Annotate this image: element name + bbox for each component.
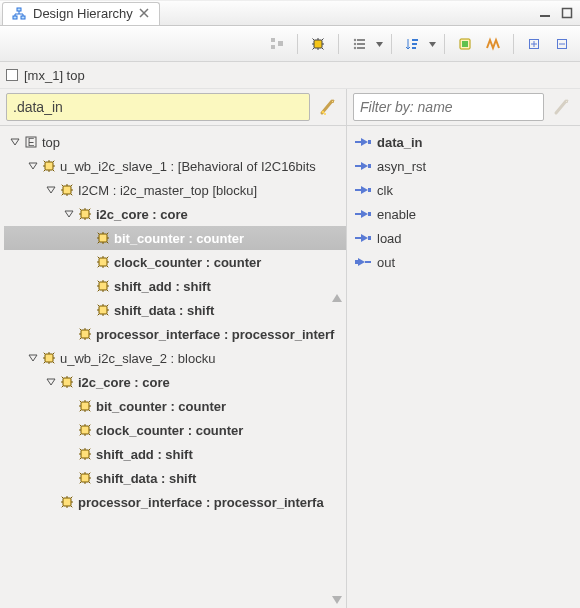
toolbar-collapse-button[interactable] [550, 32, 574, 56]
svg-rect-35 [99, 234, 107, 242]
toolbar-list-button[interactable] [347, 32, 371, 56]
tree-node-label: clock_counter : counter [112, 255, 261, 270]
svg-marker-52 [361, 138, 368, 146]
svg-rect-16 [412, 39, 418, 41]
tree-node[interactable]: I2CM : i2c_master_top [blocku] [4, 178, 346, 202]
twisty-icon[interactable] [8, 137, 22, 147]
twisty-icon[interactable] [26, 161, 40, 171]
svg-rect-2 [21, 16, 25, 19]
port-in-icon [355, 207, 371, 221]
tree-node-label: shift_data : shift [94, 471, 196, 486]
svg-rect-57 [355, 189, 361, 191]
svg-rect-4 [563, 9, 572, 18]
signal-item[interactable]: out [351, 250, 580, 274]
signal-label: out [377, 255, 395, 270]
tree-node[interactable]: clock_counter : counter [4, 250, 346, 274]
svg-point-24 [322, 111, 325, 114]
chip-icon [76, 423, 94, 437]
tree-node[interactable]: Etop [4, 130, 346, 154]
toolbar-wave-button[interactable] [481, 32, 505, 56]
tree-node[interactable]: shift_add : shift [4, 274, 346, 298]
scroll-up-hint[interactable] [330, 291, 344, 305]
tree-node[interactable]: processor_interface : processor_interf [4, 322, 346, 346]
toolbar-sort-dropdown[interactable] [428, 33, 436, 55]
tree-node[interactable]: u_wb_i2c_slave_1 : [Behavioral of I2C16b… [4, 154, 346, 178]
svg-rect-1 [13, 16, 17, 19]
svg-rect-39 [81, 330, 89, 338]
tree-node[interactable]: shift_data : shift [4, 466, 346, 490]
svg-marker-58 [361, 186, 368, 194]
breadcrumb-checkbox[interactable] [6, 69, 18, 81]
twisty-icon[interactable] [62, 209, 76, 219]
svg-marker-64 [361, 234, 368, 242]
maximize-button[interactable] [558, 4, 576, 22]
tree-node[interactable]: i2c_core : core [4, 202, 346, 226]
svg-marker-49 [332, 294, 342, 302]
tree-node[interactable]: processor_interface : processor_interfa [4, 490, 346, 514]
svg-marker-40 [29, 355, 37, 361]
svg-marker-55 [361, 162, 368, 170]
signal-label: load [377, 231, 402, 246]
signal-filter-input[interactable] [353, 93, 544, 121]
signal-list[interactable]: data_inasyn_rstclkenableloadout [347, 126, 580, 608]
signal-item[interactable]: load [351, 226, 580, 250]
svg-rect-66 [355, 260, 358, 264]
svg-rect-6 [271, 45, 275, 49]
tree-node-label: shift_add : shift [94, 447, 193, 462]
chip-icon [40, 351, 58, 365]
svg-marker-50 [332, 596, 342, 604]
tree-node-label: bit_counter : counter [112, 231, 244, 246]
chip-icon [76, 207, 94, 221]
tree-filter-input[interactable] [6, 93, 310, 121]
toolbar-chip-button[interactable] [306, 32, 330, 56]
chip-icon [94, 255, 112, 269]
twisty-icon[interactable] [44, 377, 58, 387]
signal-item[interactable]: data_in [351, 130, 580, 154]
tree-node[interactable]: i2c_core : core [4, 370, 346, 394]
minimize-button[interactable] [536, 4, 554, 22]
tree-node[interactable]: bit_counter : counter [4, 394, 346, 418]
svg-rect-62 [368, 212, 371, 216]
tab-close-icon[interactable] [139, 8, 151, 20]
svg-rect-10 [357, 39, 365, 41]
toolbar-sort-button[interactable] [400, 32, 424, 56]
signal-item[interactable]: enable [351, 202, 580, 226]
svg-marker-33 [65, 211, 73, 217]
tree-node-label: shift_add : shift [112, 279, 211, 294]
toolbar-list-dropdown[interactable] [375, 33, 383, 55]
svg-rect-63 [355, 237, 361, 239]
twisty-icon[interactable] [26, 353, 40, 363]
signal-clear-filter-button[interactable] [550, 95, 574, 119]
tree-node[interactable]: u_wb_i2c_slave_2 : blocku [4, 346, 346, 370]
svg-rect-34 [81, 210, 89, 218]
svg-marker-67 [358, 258, 365, 266]
chip-icon [58, 495, 76, 509]
svg-rect-0 [17, 8, 21, 11]
svg-rect-60 [355, 213, 361, 215]
svg-rect-14 [357, 47, 365, 49]
svg-rect-44 [81, 402, 89, 410]
clear-filter-button[interactable] [316, 95, 340, 119]
signal-item[interactable]: clk [351, 178, 580, 202]
svg-rect-21 [462, 41, 468, 47]
tree-node[interactable]: shift_add : shift [4, 442, 346, 466]
svg-point-9 [354, 39, 356, 41]
signal-item[interactable]: asyn_rst [351, 154, 580, 178]
svg-rect-47 [81, 474, 89, 482]
tree-node[interactable]: shift_data : shift [4, 298, 346, 322]
toolbar-expand-button[interactable] [522, 32, 546, 56]
toggle-hierarchy-button[interactable] [265, 32, 289, 56]
chip-icon [94, 303, 112, 317]
toolbar-cells-button[interactable] [453, 32, 477, 56]
twisty-icon[interactable] [44, 185, 58, 195]
hierarchy-tree[interactable]: Etopu_wb_i2c_slave_1 : [Behavioral of I2… [0, 126, 346, 518]
scroll-down-hint[interactable] [330, 593, 344, 607]
svg-marker-61 [361, 210, 368, 218]
design-hierarchy-tab[interactable]: Design Hierarchy [2, 2, 160, 25]
port-in-icon [355, 231, 371, 245]
svg-point-11 [354, 43, 356, 45]
tree-node-label: I2CM : i2c_master_top [blocku] [76, 183, 257, 198]
tree-node[interactable]: bit_counter : counter [4, 226, 346, 250]
tree-node[interactable]: clock_counter : counter [4, 418, 346, 442]
module-icon: E [22, 135, 40, 149]
